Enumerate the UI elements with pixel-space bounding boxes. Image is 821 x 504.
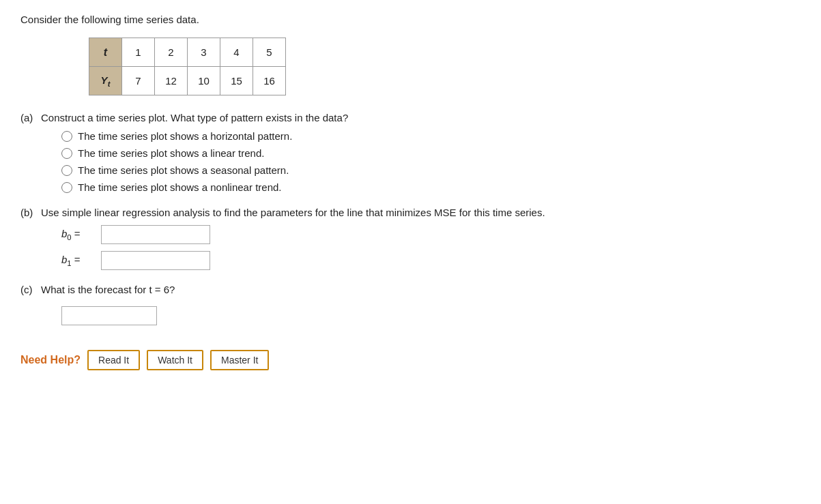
- b1-input[interactable]: [101, 251, 210, 270]
- part-c: (c) What is the forecast for t = 6?: [20, 284, 801, 325]
- radio-nonlinear[interactable]: [61, 182, 72, 193]
- part-a-question: Construct a time series plot. What type …: [41, 112, 348, 123]
- table-t5: 5: [253, 38, 286, 67]
- part-c-question: What is the forecast for t = 6?: [41, 284, 175, 295]
- radio-horizontal-label: The time series plot shows a horizontal …: [78, 130, 292, 142]
- table-yt-header: Yt: [89, 67, 122, 95]
- b0-row: b0 =: [61, 225, 801, 244]
- part-a-letter: (a): [20, 112, 41, 123]
- radio-nonlinear-label: The time series plot shows a nonlinear t…: [78, 181, 281, 193]
- watch-it-button[interactable]: Watch It: [147, 350, 203, 370]
- part-c-label: (c) What is the forecast for t = 6?: [20, 284, 801, 295]
- part-b-question: Use simple linear regression analysis to…: [41, 207, 545, 218]
- table-t-header: t: [89, 38, 122, 67]
- master-it-button[interactable]: Master It: [210, 350, 269, 370]
- part-a: (a) Construct a time series plot. What t…: [20, 112, 801, 193]
- b0-input[interactable]: [101, 225, 210, 244]
- part-a-label: (a) Construct a time series plot. What t…: [20, 112, 801, 123]
- radio-linear-label: The time series plot shows a linear tren…: [78, 147, 264, 159]
- b1-label: b1 =: [61, 254, 96, 267]
- radio-horizontal[interactable]: [61, 131, 72, 142]
- table-t2: 2: [155, 38, 188, 67]
- part-b-label: (b) Use simple linear regression analysi…: [20, 207, 801, 218]
- part-b: (b) Use simple linear regression analysi…: [20, 207, 801, 270]
- radio-option-3[interactable]: The time series plot shows a seasonal pa…: [61, 164, 801, 176]
- radio-seasonal-label: The time series plot shows a seasonal pa…: [78, 164, 289, 176]
- table-t3: 3: [188, 38, 220, 67]
- forecast-input[interactable]: [61, 306, 157, 325]
- radio-option-2[interactable]: The time series plot shows a linear tren…: [61, 147, 801, 159]
- table-yt2: 12: [155, 67, 188, 95]
- b1-row: b1 =: [61, 251, 801, 270]
- table-yt3: 10: [188, 67, 220, 95]
- radio-option-4[interactable]: The time series plot shows a nonlinear t…: [61, 181, 801, 193]
- radio-seasonal[interactable]: [61, 165, 72, 176]
- radio-linear[interactable]: [61, 148, 72, 159]
- part-a-options: The time series plot shows a horizontal …: [61, 130, 801, 193]
- table-t1: 1: [122, 38, 155, 67]
- radio-option-1[interactable]: The time series plot shows a horizontal …: [61, 130, 801, 142]
- part-c-letter: (c): [20, 284, 41, 295]
- read-it-button[interactable]: Read It: [87, 350, 140, 370]
- table-yt4: 15: [220, 67, 253, 95]
- table-yt5: 16: [253, 67, 286, 95]
- need-help-section: Need Help? Read It Watch It Master It: [20, 350, 801, 370]
- table-yt1: 7: [122, 67, 155, 95]
- data-table: t 1 2 3 4 5 Yt 7 12 10 15 16: [89, 38, 286, 95]
- part-b-letter: (b): [20, 207, 41, 218]
- need-help-label: Need Help?: [20, 354, 81, 366]
- b0-label: b0 =: [61, 228, 96, 241]
- table-t4: 4: [220, 38, 253, 67]
- question-intro: Consider the following time series data.: [20, 14, 801, 25]
